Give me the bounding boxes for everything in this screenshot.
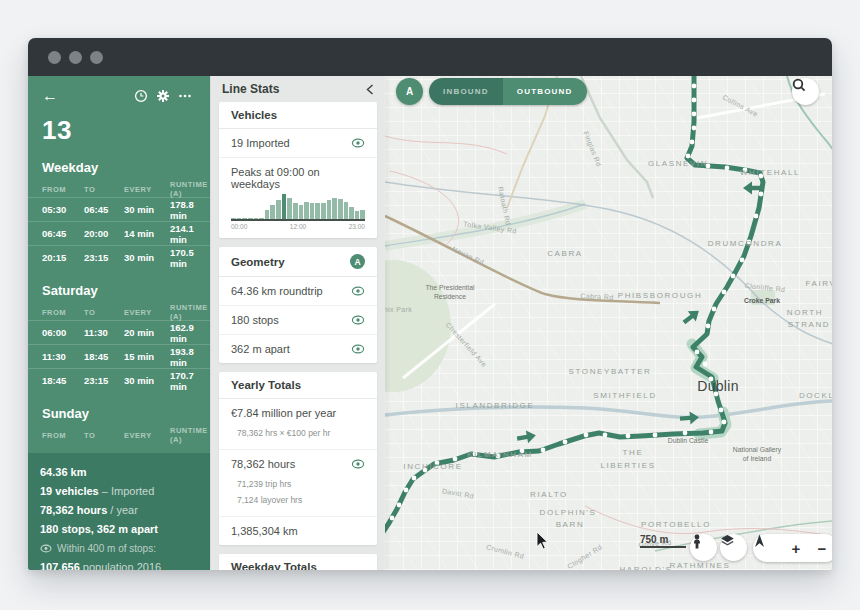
day-label-sunday: Sunday — [28, 392, 210, 426]
svg-text:CABRA: CABRA — [547, 249, 583, 258]
geometry-row[interactable]: 64.36 km roundtrip — [219, 277, 377, 306]
tick-label: 00:00 — [231, 223, 247, 230]
geometry-row[interactable]: 362 m apart — [219, 335, 377, 363]
geometry-row[interactable]: 180 stops — [219, 306, 377, 335]
map-canvas[interactable]: FINGLAS WHITEHALL GLASNEVIN CABRA DRUMCO… — [385, 76, 832, 570]
schedule: Weekday FROMTOEVERYRUNTIME (A) 05:3006:4… — [28, 146, 210, 443]
svg-text:DRUMCONDRA: DRUMCONDRA — [708, 239, 783, 248]
peaks-label: Peaks at 09:00 on weekdays — [231, 166, 365, 190]
svg-text:of Ireland: of Ireland — [743, 455, 772, 462]
svg-text:BARN: BARN — [556, 520, 585, 529]
svg-text:RATHMINES: RATHMINES — [670, 561, 731, 570]
schedule-row[interactable]: 18:4523:1530 min170.7 min — [28, 368, 210, 392]
tick-label: 23:00 — [349, 223, 365, 230]
window-control-dot[interactable] — [48, 51, 61, 64]
route-number: 13 — [42, 115, 196, 146]
route-summary: 64.36 km 19 vehicles – Imported 78,362 h… — [28, 453, 210, 570]
gear-icon[interactable] — [152, 88, 174, 104]
app-window: ← 13 Weekday FROMTOEVERYR — [28, 38, 832, 570]
day-label-weekday: Weekday — [28, 146, 210, 180]
schedule-row[interactable]: 05:3006:4530 min178.8 min — [28, 197, 210, 221]
svg-text:THE: THE — [623, 448, 644, 457]
inbound-toggle-button[interactable]: INBOUND — [429, 78, 503, 105]
svg-text:Navan Rd: Navan Rd — [451, 245, 485, 266]
svg-text:FAIRVIEW: FAIRVIEW — [806, 279, 832, 288]
vehicles-imported-row[interactable]: 19 Imported — [219, 129, 377, 158]
day-label-saturday: Saturday — [28, 269, 210, 303]
geometry-header: Geometry — [231, 256, 350, 268]
svg-text:Finglas Rd: Finglas Rd — [581, 130, 602, 168]
line-stats-panel: Line Stats Vehicles 19 Imported Peaks at… — [210, 76, 385, 570]
schedule-row[interactable]: 20:1523:1530 min170.5 min — [28, 245, 210, 269]
svg-text:Residence: Residence — [434, 293, 466, 300]
eye-icon[interactable] — [351, 286, 365, 296]
svg-text:Crumlin Rd: Crumlin Rd — [485, 543, 524, 560]
window-control-dot[interactable] — [69, 51, 82, 64]
svg-text:Davitt Rd: Davitt Rd — [442, 487, 475, 500]
pattern-a-badge[interactable]: A — [350, 254, 365, 269]
clock-icon[interactable] — [130, 88, 152, 104]
eye-icon[interactable] — [40, 544, 52, 553]
map-zoom-controls: + − — [753, 534, 832, 562]
svg-text:DOCKLANDS: DOCKLANDS — [799, 391, 832, 400]
svg-text:PHIBSBOROUGH: PHIBSBOROUGH — [618, 291, 703, 300]
svg-text:Phoenix Park: Phoenix Park — [385, 306, 412, 313]
svg-text:DOLPHIN'S: DOLPHIN'S — [540, 508, 597, 517]
layover-hours-sub: 7,124 layover hrs — [219, 494, 377, 517]
yearly-hours-row[interactable]: 78,362 hours — [219, 450, 377, 478]
back-button[interactable]: ← — [42, 88, 58, 104]
window-titlebar — [28, 38, 832, 76]
yearly-km-row[interactable]: 1,385,304 km — [219, 517, 377, 545]
yearly-totals-card: Yearly Totals €7.84 million per year 78,… — [219, 372, 377, 545]
vehicles-header: Vehicles — [231, 109, 365, 121]
schedule-header: FROMTOEVERYRUNTIME (A) — [28, 426, 210, 443]
svg-text:GLASNEVIN: GLASNEVIN — [648, 159, 708, 168]
svg-text:LIBERTIES: LIBERTIES — [600, 461, 655, 470]
schedule-header: FROMTOEVERYRUNTIME (A) — [28, 180, 210, 197]
eye-icon[interactable] — [351, 138, 365, 148]
zoom-in-button[interactable]: + — [783, 535, 809, 561]
pattern-a-map-badge[interactable]: A — [396, 78, 423, 105]
eye-icon[interactable] — [351, 315, 365, 325]
layers-button[interactable] — [720, 534, 747, 561]
svg-text:PORTOBELLO: PORTOBELLO — [641, 520, 711, 529]
svg-text:Dublin: Dublin — [697, 378, 739, 394]
svg-text:INCHICORE: INCHICORE — [403, 462, 462, 471]
outbound-toggle-button[interactable]: OUTBOUND — [503, 78, 587, 105]
svg-text:KILMAINHAM: KILMAINHAM — [467, 450, 533, 459]
mouse-cursor — [537, 532, 547, 549]
weekday-totals-card: Weekday Totals €24.2k per day — [219, 554, 377, 570]
summary-distance: 64.36 km — [40, 466, 86, 478]
schedule-header: FROMTOEVERYRUNTIME (A) — [28, 303, 210, 320]
svg-text:Ratoath Rd: Ratoath Rd — [497, 186, 512, 226]
svg-text:National Gallery: National Gallery — [733, 446, 782, 454]
search-button[interactable] — [792, 78, 819, 105]
vehicles-histogram: 00:00 12:00 23:00 — [219, 192, 377, 238]
eye-icon[interactable] — [351, 459, 365, 469]
svg-text:STONEYBATTER: STONEYBATTER — [569, 367, 652, 376]
vehicles-histogram-bars — [231, 194, 365, 221]
zoom-out-button[interactable]: − — [809, 535, 832, 561]
svg-text:Clogher Rd: Clogher Rd — [566, 543, 604, 570]
svg-text:HAROLD'S: HAROLD'S — [619, 565, 672, 570]
window-control-dot[interactable] — [90, 51, 103, 64]
panel-title: Line Stats — [222, 82, 366, 96]
collapse-panel-icon[interactable] — [366, 84, 374, 95]
street-view-pegman-button[interactable] — [690, 534, 717, 561]
tick-label: 12:00 — [290, 223, 306, 230]
weekday-totals-header: Weekday Totals — [231, 561, 365, 570]
schedule-row[interactable]: 06:0011:3020 min162.9 min — [28, 320, 210, 344]
yearly-header: Yearly Totals — [231, 379, 365, 391]
svg-text:Collins Ave: Collins Ave — [721, 93, 759, 117]
map-scale: 750 m — [640, 534, 686, 548]
more-menu-icon[interactable] — [174, 88, 196, 104]
svg-text:RIALTO: RIALTO — [530, 490, 568, 499]
schedule-row[interactable]: 06:4520:0014 min214.1 min — [28, 221, 210, 245]
phoenix-park-area — [385, 260, 451, 392]
eye-icon[interactable] — [351, 344, 365, 354]
yearly-cost-row[interactable]: €7.84 million per year — [219, 399, 377, 427]
svg-text:SMITHFIELD: SMITHFIELD — [593, 391, 657, 400]
compass-north-button[interactable] — [757, 535, 783, 561]
schedule-row[interactable]: 11:3018:4515 min193.8 min — [28, 344, 210, 368]
svg-text:Dublin Castle: Dublin Castle — [668, 437, 709, 444]
